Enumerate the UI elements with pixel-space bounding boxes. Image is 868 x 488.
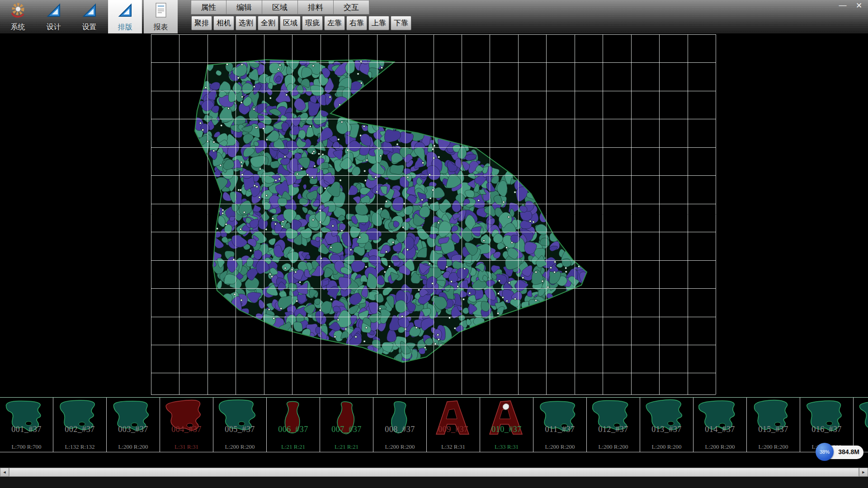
scroll-left-arrow[interactable]: ◄ <box>0 468 9 477</box>
thumbnail-item[interactable]: 015_#37L:200 R:200 <box>747 398 800 452</box>
module-button-report[interactable]: 报表 <box>144 0 178 33</box>
thumbnail-label: 006_#37 <box>267 425 320 434</box>
thumbnail-lr-count: L:200 R:200 <box>213 443 266 450</box>
thumbnail-lr-count: L:200 R:200 <box>640 443 693 450</box>
menu-tab-edit[interactable]: 编辑 <box>226 0 262 14</box>
thumbnail-item[interactable]: 014_#37L:200 R:200 <box>693 398 747 452</box>
thumbnail-lr-count: L:200 R:200 <box>373 443 426 450</box>
thumbnail-item[interactable]: 001_#37L:700 R:700 <box>0 398 53 452</box>
module-button-system[interactable]: 系统 <box>1 0 35 33</box>
thumbnail-lr-count: L:200 R:200 <box>533 443 586 450</box>
module-button-layout[interactable]: 排版 <box>108 0 142 33</box>
thumbnail-label: 012_#37 <box>587 425 640 434</box>
thumbnail-item[interactable]: 005_#37L:200 R:200 <box>213 398 267 452</box>
thumbnail-label: 005_#37 <box>213 425 266 434</box>
scrollbar-thumb[interactable] <box>9 468 859 477</box>
thumbnail-item[interactable]: 007_#37L:21 R:21 <box>320 398 373 452</box>
thumbnail-item[interactable]: 010_#37L:33 R:31 <box>480 398 533 452</box>
thumbnail-lr-count: L:32 R:31 <box>427 443 480 450</box>
thumbnail-label: 014_#37 <box>693 425 746 434</box>
memory-value: 384.8M <box>838 448 859 455</box>
thumbnail-lr-count: L:200 R:200 <box>107 443 160 450</box>
module-bar: 系统设计设置排版报表 <box>1 0 179 33</box>
thumbnail-label: 016_#37 <box>800 425 853 434</box>
action-button-region[interactable]: 区域 <box>280 16 301 30</box>
thumbnail-item[interactable]: 013_#37L:200 R:200 <box>640 398 693 452</box>
thumbnail-item[interactable]: 002_#37L:132 R:132 <box>53 398 107 452</box>
thumbnail-lr-count: L:33 R:31 <box>480 443 533 450</box>
layout-triangle-icon <box>116 1 134 21</box>
action-button-cut-all[interactable]: 全割 <box>258 16 278 30</box>
horizontal-scrollbar[interactable]: ◄ ► <box>0 468 868 477</box>
module-label: 报表 <box>154 23 168 32</box>
action-button-cluster-nest[interactable]: 聚排 <box>191 16 212 30</box>
top-toolbar: 系统设计设置排版报表 属性编辑区域排料交互 聚排相机选割全割区域瑕疵左靠右靠上靠… <box>0 0 868 33</box>
thumbnail-label: 007_#37 <box>320 425 373 434</box>
bottom-filler <box>0 477 868 488</box>
thumbnail-label: 003_#37 <box>107 425 160 434</box>
settings-triangle-icon <box>80 1 99 21</box>
module-label: 排版 <box>118 23 132 32</box>
module-label: 设计 <box>47 23 61 32</box>
action-button-select-cut[interactable]: 选割 <box>236 16 256 30</box>
action-button-align-bottom[interactable]: 下靠 <box>391 16 411 30</box>
action-button-camera[interactable]: 相机 <box>213 16 234 30</box>
thumbnail-item[interactable]: 011_#37L:200 R:200 <box>533 398 587 452</box>
module-button-settings[interactable]: 设置 <box>72 0 106 33</box>
design-triangle-icon <box>45 1 63 21</box>
module-button-design[interactable]: 设计 <box>37 0 71 33</box>
thumbnail-item[interactable]: 006_#37L:21 R:21 <box>267 398 320 452</box>
thumbnail-item[interactable] <box>854 398 868 452</box>
drawing-area <box>0 33 868 397</box>
thumbnail-label: 008_#37 <box>373 425 426 434</box>
thumbnail-lr-count: L:21 R:21 <box>320 443 373 450</box>
thumbnail-item[interactable]: 003_#37L:200 R:200 <box>107 398 160 452</box>
close-button[interactable]: ✕ <box>854 1 864 11</box>
thumbnail-lr-count: L:200 R:200 <box>747 443 800 450</box>
menu-tab-region[interactable]: 区域 <box>262 0 298 14</box>
piece-thumbnail-shape <box>854 398 868 437</box>
thumbnail-label: 002_#37 <box>53 425 106 434</box>
thumbnail-lr-count: L:132 R:132 <box>53 443 106 450</box>
thumbnail-lr-count: L:200 R:200 <box>587 443 640 450</box>
thumbnail-label: 015_#37 <box>747 425 800 434</box>
thumbnail-lr-count: L:200 R:200 <box>693 443 746 450</box>
module-label: 系统 <box>11 23 25 32</box>
action-button-align-left[interactable]: 左靠 <box>324 16 345 30</box>
thumbnail-item[interactable]: 004_#37L:31 R:31 <box>160 398 213 452</box>
menu-tab-interact[interactable]: 交互 <box>334 0 369 14</box>
report-icon <box>152 1 170 21</box>
thumbnail-label: 013_#37 <box>640 425 693 434</box>
action-button-defect[interactable]: 瑕疵 <box>302 16 323 30</box>
menu-tab-properties[interactable]: 属性 <box>191 0 226 14</box>
thumbnail-item[interactable]: 012_#37L:200 R:200 <box>587 398 640 452</box>
progress-badge: 38% <box>816 443 834 461</box>
thumbnail-label: 009_#37 <box>427 425 480 434</box>
action-button-bar: 聚排相机选割全割区域瑕疵左靠右靠上靠下靠 <box>191 16 411 31</box>
thumbnail-lr-count: L:21 R:21 <box>267 443 320 450</box>
thumbnail-item[interactable]: 009_#37L:32 R:31 <box>427 398 480 452</box>
window-controls: — ✕ <box>837 1 864 11</box>
gear-icon <box>9 1 27 21</box>
thumbnail-label: 001_#37 <box>0 425 53 434</box>
thumbnail-label: 011_#37 <box>533 425 586 434</box>
action-button-align-right[interactable]: 右靠 <box>346 16 367 30</box>
menu-tab-bar: 属性编辑区域排料交互 <box>191 0 369 14</box>
thumbnail-lr-count: L:700 R:700 <box>0 443 53 450</box>
menu-tab-nesting[interactable]: 排料 <box>298 0 334 14</box>
scroll-right-arrow[interactable]: ► <box>859 468 868 477</box>
action-button-align-top[interactable]: 上靠 <box>368 16 389 30</box>
nesting-canvas[interactable] <box>0 33 868 397</box>
thumbnail-lr-count: L:31 R:31 <box>160 443 213 450</box>
minimize-button[interactable]: — <box>837 1 848 11</box>
thumbnail-item[interactable]: 008_#37L:200 R:200 <box>373 398 427 452</box>
thumbnail-label: 010_#37 <box>480 425 533 434</box>
thumbnail-strip: 001_#37L:700 R:700002_#37L:132 R:132003_… <box>0 397 868 452</box>
module-label: 设置 <box>82 23 97 32</box>
thumbnail-label: 004_#37 <box>160 425 213 434</box>
